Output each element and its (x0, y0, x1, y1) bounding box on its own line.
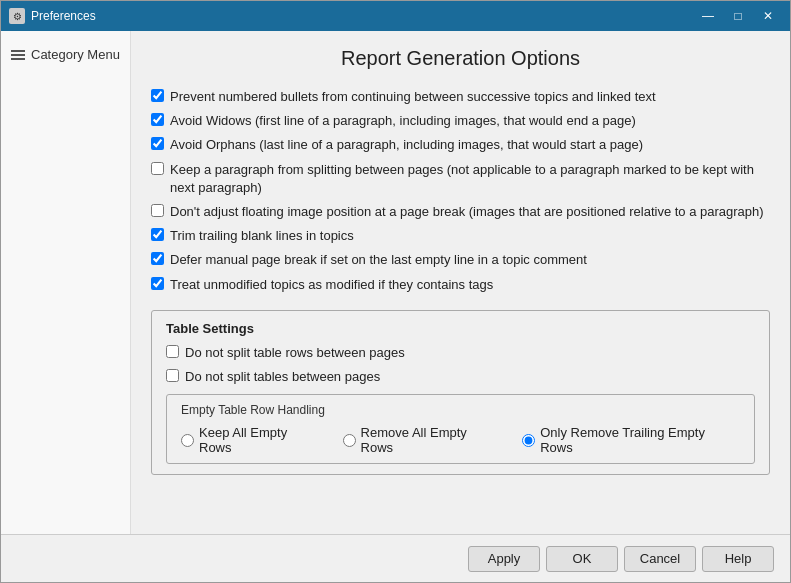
radio-remove-all-input[interactable] (343, 434, 356, 447)
cancel-button[interactable]: Cancel (624, 546, 696, 572)
checkbox-keep-paragraph[interactable] (151, 162, 164, 175)
checkbox-row-3: Avoid Orphans (last line of a paragraph,… (151, 136, 770, 154)
checkbox-row-1: Prevent numbered bullets from continuing… (151, 88, 770, 106)
checkbox-label-4: Keep a paragraph from splitting between … (170, 161, 770, 197)
radio-keep-all-label: Keep All Empty Rows (199, 425, 323, 455)
table-checkbox-label-2: Do not split tables between pages (185, 368, 380, 386)
table-settings-box: Table Settings Do not split table rows b… (151, 310, 770, 475)
radio-group-empty-rows: Keep All Empty Rows Remove All Empty Row… (181, 425, 740, 455)
page-title: Report Generation Options (151, 47, 770, 70)
footer: Apply OK Cancel Help (1, 534, 790, 582)
checkbox-row-5: Don't adjust floating image position at … (151, 203, 770, 221)
radio-keep-all-input[interactable] (181, 434, 194, 447)
checkbox-label-6: Trim trailing blank lines in topics (170, 227, 354, 245)
main-panel: Report Generation Options Prevent number… (131, 31, 790, 534)
checkbox-label-1: Prevent numbered bullets from continuing… (170, 88, 656, 106)
checkbox-row-4: Keep a paragraph from splitting between … (151, 161, 770, 197)
close-button[interactable]: ✕ (754, 6, 782, 26)
checkbox-label-3: Avoid Orphans (last line of a paragraph,… (170, 136, 643, 154)
empty-row-group: Empty Table Row Handling Keep All Empty … (166, 394, 755, 464)
checkbox-row-6: Trim trailing blank lines in topics (151, 227, 770, 245)
checkbox-no-split-rows[interactable] (166, 345, 179, 358)
radio-remove-trailing-label: Only Remove Trailing Empty Rows (540, 425, 740, 455)
apply-button[interactable]: Apply (468, 546, 540, 572)
checkbox-label-2: Avoid Widows (first line of a paragraph,… (170, 112, 636, 130)
checkbox-avoid-widows[interactable] (151, 113, 164, 126)
table-checkbox-label-1: Do not split table rows between pages (185, 344, 405, 362)
checkbox-floating-image[interactable] (151, 204, 164, 217)
checkbox-treat-unmodified[interactable] (151, 277, 164, 290)
checkbox-defer-page-break[interactable] (151, 252, 164, 265)
checkbox-trim-trailing[interactable] (151, 228, 164, 241)
radio-remove-trailing-input[interactable] (522, 434, 535, 447)
radio-remove-trailing: Only Remove Trailing Empty Rows (522, 425, 740, 455)
checkbox-row-7: Defer manual page break if set on the la… (151, 251, 770, 269)
checkbox-label-8: Treat unmodified topics as modified if t… (170, 276, 493, 294)
app-icon: ⚙ (9, 8, 25, 24)
sidebar-item-label: Category Menu (31, 47, 120, 62)
preferences-window: ⚙ Preferences — □ ✕ Category Menu Report… (0, 0, 791, 583)
checkbox-row-8: Treat unmodified topics as modified if t… (151, 276, 770, 294)
sidebar: Category Menu (1, 31, 131, 534)
checkbox-prevent-bullets[interactable] (151, 89, 164, 102)
checkbox-row-2: Avoid Widows (first line of a paragraph,… (151, 112, 770, 130)
checkbox-avoid-orphans[interactable] (151, 137, 164, 150)
content-area: Category Menu Report Generation Options … (1, 31, 790, 534)
title-bar: ⚙ Preferences — □ ✕ (1, 1, 790, 31)
minimize-button[interactable]: — (694, 6, 722, 26)
ok-button[interactable]: OK (546, 546, 618, 572)
checkbox-label-7: Defer manual page break if set on the la… (170, 251, 587, 269)
table-checkbox-row-2: Do not split tables between pages (166, 368, 755, 386)
checkbox-label-5: Don't adjust floating image position at … (170, 203, 764, 221)
empty-row-legend: Empty Table Row Handling (181, 403, 740, 417)
radio-remove-all-label: Remove All Empty Rows (361, 425, 503, 455)
sidebar-item-category-menu[interactable]: Category Menu (1, 39, 130, 70)
maximize-button[interactable]: □ (724, 6, 752, 26)
table-checkbox-row-1: Do not split table rows between pages (166, 344, 755, 362)
radio-keep-all: Keep All Empty Rows (181, 425, 323, 455)
help-button[interactable]: Help (702, 546, 774, 572)
window-controls: — □ ✕ (694, 6, 782, 26)
hamburger-icon (11, 50, 25, 60)
table-settings-title: Table Settings (166, 321, 755, 336)
window-title: Preferences (31, 9, 96, 23)
radio-remove-all: Remove All Empty Rows (343, 425, 503, 455)
checkbox-no-split-tables[interactable] (166, 369, 179, 382)
